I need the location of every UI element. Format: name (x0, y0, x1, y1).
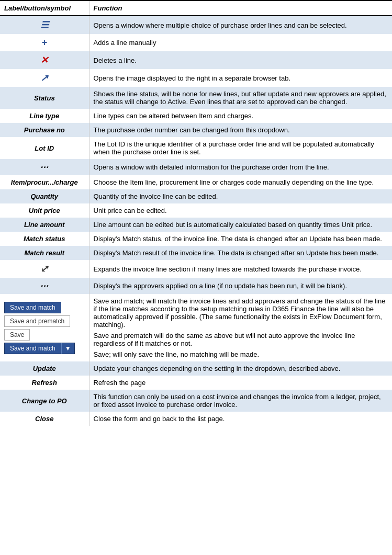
table-row: ☰Opens a window where multiple choice of… (0, 16, 392, 34)
save-and-match-button[interactable]: Save and match (4, 302, 61, 313)
table-row: RefreshRefresh the page (0, 376, 392, 390)
table-row: ⋯Display's the approvers applied on a li… (0, 278, 392, 294)
delete-icon: ✕ (40, 54, 48, 66)
plus-icon-cell: + (0, 34, 89, 51)
function-cell: This function can only be used on a cost… (89, 390, 392, 412)
row-label: Quantity (30, 192, 58, 200)
hamburger-icon: ☰ (40, 19, 49, 31)
table-row: ✕Deletes a line. (0, 51, 392, 69)
col2-header: Function (89, 1, 392, 16)
table-row: Change to POThis function can only be us… (0, 390, 392, 412)
row-label: Line amount (24, 221, 64, 229)
table-row: Line typeLine types can be altered betwe… (0, 109, 392, 123)
table-row: ⋯Opens a window with detailed informatio… (0, 159, 392, 175)
row-label: Close (35, 415, 53, 423)
function-cell: The Lot ID is the unique identifier of a… (89, 137, 392, 159)
dots-icon-cell: ⋯ (0, 278, 89, 294)
save-match-dropdown-arrow[interactable]: ▼ (61, 343, 75, 354)
table-row: Unit priceUnit price can be edited. (0, 203, 392, 218)
function-text-1: Save and prematch will do the same as ab… (94, 332, 388, 347)
label-cell: Lot ID (0, 137, 89, 159)
table-row: Line amountLine amount can be edited but… (0, 218, 392, 232)
table-row: Save and match Save and prematch Save Sa… (0, 294, 392, 361)
expand-icon: ⤢ (40, 263, 48, 275)
label-cell: Refresh (0, 376, 89, 390)
function-cell: Refresh the page (89, 376, 392, 390)
label-cell: Item/procur.../charge (0, 175, 89, 189)
row-label: Change to PO (22, 397, 67, 405)
expand-icon-cell: ⤢ (0, 260, 89, 278)
save-button[interactable]: Save (4, 329, 30, 341)
action-buttons-group: Save and match Save and prematch Save Sa… (4, 302, 85, 354)
table-row: ⤢Expands the invoice line section if man… (0, 260, 392, 278)
save-and-prematch-button[interactable]: Save and prematch (4, 315, 70, 327)
function-cell: Choose the Item line, procurement line o… (89, 175, 392, 189)
row-label: Update (33, 365, 56, 372)
save-match-split-main[interactable]: Save and match (4, 343, 61, 354)
function-cell: Opens a window with detailed information… (89, 159, 392, 175)
table-row: UpdateUpdate your changes depending on t… (0, 361, 392, 376)
function-cell: Opens a window where multiple choice of … (89, 16, 392, 34)
table-row: Purchase noThe purchase order number can… (0, 123, 392, 137)
table-row: StatusShows the line status, will be non… (0, 87, 392, 109)
buttons-cell: Save and match Save and prematch Save Sa… (0, 294, 89, 361)
function-cell: Shows the line status, will be none for … (89, 87, 392, 109)
function-cell: Quantity of the invoice line can be edit… (89, 189, 392, 203)
label-cell: Purchase no (0, 123, 89, 137)
function-cell: Line amount can be edited but is automat… (89, 218, 392, 232)
function-cell: Line types can be altered between Item a… (89, 109, 392, 123)
row-label: Lot ID (35, 144, 54, 152)
table-row: +Adds a line manually (0, 34, 392, 51)
function-cell: Save and match; will match the invoice l… (89, 294, 392, 361)
label-cell: Close (0, 412, 89, 426)
plus-icon: + (41, 37, 47, 48)
row-label: Unit price (29, 207, 60, 214)
row-label: Match result (24, 249, 64, 257)
function-text-2: Save; will only save the line, no matchi… (94, 350, 388, 358)
row-label: Purchase no (24, 126, 65, 134)
label-cell: Change to PO (0, 390, 89, 412)
label-cell: Update (0, 361, 89, 376)
function-cell: Close the form and go back to the list p… (89, 412, 392, 426)
dots-icon-cell: ⋯ (0, 159, 89, 175)
ellipsis-icon: ⋯ (40, 162, 49, 172)
table-row: Match resultDisplay's Match result of th… (0, 246, 392, 260)
table-row: Match statusDisplay's Match status, of t… (0, 232, 392, 246)
function-cell: Display's Match result of the invoice li… (89, 246, 392, 260)
row-label: Status (34, 94, 55, 102)
function-cell: Display's the approvers applied on a lin… (89, 278, 392, 294)
row-label: Refresh (32, 379, 57, 387)
label-cell: Status (0, 87, 89, 109)
external-link-icon: ↗︎ (40, 72, 48, 84)
label-cell: Line type (0, 109, 89, 123)
function-cell: Unit price can be edited. (89, 203, 392, 218)
table-row: CloseClose the form and go back to the l… (0, 412, 392, 426)
label-cell: Quantity (0, 189, 89, 203)
label-cell: Unit price (0, 203, 89, 218)
ellipsis-icon: ⋯ (40, 281, 49, 291)
label-cell: Line amount (0, 218, 89, 232)
function-cell: Deletes a line. (89, 51, 392, 69)
function-cell: Display's Match status, of the invoice l… (89, 232, 392, 246)
function-cell: Update your changes depending on the set… (89, 361, 392, 376)
save-match-split-button: Save and match ▼ (4, 343, 75, 354)
function-cell: Expands the invoice line section if many… (89, 260, 392, 278)
col1-header: Label/button/symbol (0, 1, 89, 16)
function-cell: The purchase order number can be changed… (89, 123, 392, 137)
table-row: Lot IDThe Lot ID is the unique identifie… (0, 137, 392, 159)
function-cell: Opens the image displayed to the right i… (89, 69, 392, 87)
label-cell: Match result (0, 246, 89, 260)
row-label: Match status (24, 235, 65, 243)
hamburger-icon-cell: ☰ (0, 16, 89, 34)
label-cell: Match status (0, 232, 89, 246)
function-cell: Adds a line manually (89, 34, 392, 51)
function-text-0: Save and match; will match the invoice l… (94, 297, 388, 329)
row-label: Item/procur.../charge (11, 178, 78, 186)
row-label: Line type (29, 112, 59, 120)
x-icon-cell: ✕ (0, 51, 89, 69)
table-row: Item/procur.../chargeChoose the Item lin… (0, 175, 392, 189)
table-row: ↗︎Opens the image displayed to the right… (0, 69, 392, 87)
link-icon-cell: ↗︎ (0, 69, 89, 87)
table-row: QuantityQuantity of the invoice line can… (0, 189, 392, 203)
